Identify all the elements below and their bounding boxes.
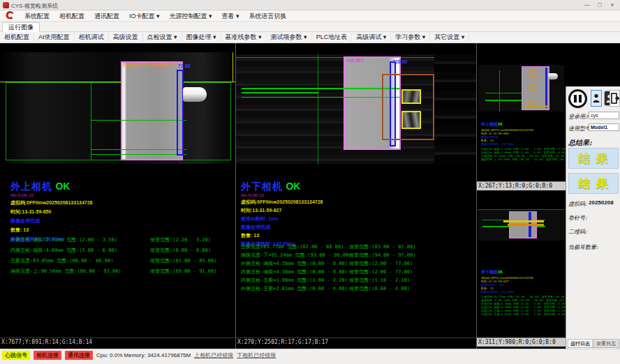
status-bar: 心跳信号 相机连接 通讯连接 Cpu: 0.0% Memory: 3424.41… <box>0 349 620 364</box>
middle-time: 时间:13-31-59-627 <box>241 207 323 214</box>
title-bar: CYS-视觉检测系统 — □ × <box>0 0 620 10</box>
left-result-block: 外上相机 OK NG:0;OK:13 虚拟码:0FFIiinw202502081… <box>10 180 93 243</box>
measure-row: 隔膜宽度-下=95.24mm 范围:(93.00 - 98.00)报警范围:(9… <box>241 252 352 259</box>
yellow-tab-rect <box>401 111 421 129</box>
green-measure-line <box>242 97 400 98</box>
middle-camera-ok: OK <box>286 181 300 192</box>
left-sub-text: NG:0;OK:13 <box>10 193 93 197</box>
tab-run-image[interactable]: 运行图像 <box>2 22 40 32</box>
machinery-shade <box>434 54 476 164</box>
bottom-thumbnail-image[interactable] <box>478 209 564 241</box>
middle-ai-elapsed: 使用AI耗时: 1ms <box>241 215 323 222</box>
tool-image-processing[interactable]: 图像处理 ▾ <box>182 33 221 42</box>
camera-status-badge: 相机连接 <box>34 351 61 360</box>
pin-object <box>183 87 207 102</box>
green-measure-line <box>91 120 186 121</box>
menu-item-io-config[interactable]: IO卡配置 ▾ <box>124 12 165 21</box>
pause-button[interactable] <box>568 89 587 108</box>
tool-test-params[interactable]: 测试项参数 ▾ <box>267 33 312 42</box>
measure-row: 主极宽度=83.77mm 范围:(82.00 - 88.00)报警范围:(83.… <box>241 243 344 250</box>
pin-number-label: 卷针号: <box>568 214 587 222</box>
yellow-tab-rect <box>401 89 421 104</box>
exit-door-icon <box>611 93 619 104</box>
qr-code-label: 二维码: <box>568 228 587 236</box>
bottom-thumbnail-caption: X:311;Y:980;R:0;G:0;B:0 <box>477 338 566 347</box>
measure-row: 内侧左枪-隔膜=4.38mm 范围:(0.00 - 9.00)报警范围:(2.0… <box>241 268 348 275</box>
menu-bar: 系统配置 相机配置 通讯配置 IO卡配置 ▾ 光源控制配置 ▾ 查看 ▾ 系统语… <box>0 10 620 22</box>
pause-icon <box>579 95 582 103</box>
user-icon <box>593 93 600 103</box>
total-result-label: 总结果: <box>568 138 592 148</box>
menu-item-system-config[interactable]: 系统配置 <box>20 12 54 21</box>
measure-row: 内侧左枪-隔膜:4.60mm 范围:(3.00 - 6.00)报警范围:(0.0… <box>10 247 117 254</box>
left-count: 数量: 13 <box>10 227 93 234</box>
maximize-button[interactable]: □ <box>593 0 606 10</box>
tool-learning-params[interactable]: 学习参数 ▾ <box>391 33 430 42</box>
lower-camera-link-text: 下相机已经链接 <box>237 351 276 359</box>
measure-row: 隔膜宽度-上:90.56mm 范围:(88.00 - 92.00)报警范围:(8… <box>10 268 121 275</box>
middle-camera-panel: AI检测区 728.80 外下相机 OK NG:0;OK: <box>236 43 476 349</box>
left-camera-title: 外上相机 <box>10 181 52 192</box>
tool-camera-config[interactable]: 相机配置 <box>0 33 34 42</box>
minimize-button[interactable]: — <box>581 0 593 10</box>
tab-count-label: 负极耳数量: <box>568 243 598 251</box>
upper-camera-link-text: 上相机已经链接 <box>194 351 233 359</box>
middle-camera-title: 外下相机 <box>241 181 283 192</box>
left-camera-ok: OK <box>55 181 70 192</box>
green-measure-line <box>91 149 186 150</box>
ai-zone-label: AI检测区 <box>346 58 364 64</box>
cpu-memory-text: Cpu: 0.0% Memory: 3424.41796875M <box>96 352 191 358</box>
middle-count: 数量: 13 <box>241 232 323 239</box>
thumbnail-column: 外上相机OK 虚拟码:0FFIiinw20250208133134728 时间:… <box>477 43 566 349</box>
app-icon <box>3 2 9 8</box>
measure-row: 外侧左枪-主极=2.61mm 范围:(0.60 - 4.00)报警范围:(0.6… <box>241 285 348 292</box>
menu-item-view[interactable]: 查看 ▾ <box>217 12 244 21</box>
measure-row: 内侧左枪-主极=1.90mm 范围:(1.00 - 2.20)报警范围:(1.1… <box>241 277 348 284</box>
green-measure-line <box>242 88 400 89</box>
pink-detect-rect <box>121 61 183 160</box>
green-measure-line <box>91 154 186 155</box>
vcode-label: 虚拟码: <box>568 200 587 208</box>
menu-item-language[interactable]: 系统语言切换 <box>244 12 292 21</box>
blue-measure-label: 728.80 <box>392 59 407 64</box>
tool-other-settings[interactable]: 其它设置 ▾ <box>430 33 469 42</box>
tool-advanced-settings[interactable]: 高级设置 <box>109 33 143 42</box>
brand-logo-icon <box>3 9 16 22</box>
middle-result-block: 外下相机 OK NG:0;OK:13 虚拟码:0FFIiinw202502081… <box>241 180 323 248</box>
menu-item-light-config[interactable]: 光源控制配置 ▾ <box>165 12 217 21</box>
middle-pixel-caption: X:270;Y:2502;R:17;G:17;B:17 <box>236 338 476 349</box>
brown-roi-rect <box>382 74 434 140</box>
left-camera-image[interactable]: 73.88 静态阈值:93, 动态阈值:100 <box>0 52 235 164</box>
menu-item-camera-config[interactable]: 相机配置 <box>54 12 89 21</box>
tool-camera-debug[interactable]: 相机调试 <box>75 33 109 42</box>
left-done: 图像处理完成 <box>10 218 93 225</box>
thumb-pin <box>548 73 558 79</box>
yellow-guide-line-vertical <box>232 52 233 82</box>
tool-baseline-params[interactable]: 基准线参数 ▾ <box>221 33 267 42</box>
green-measure-line <box>242 92 318 93</box>
left-barcode: 虚拟码:0FFIiinw20250208133134728 <box>10 199 93 206</box>
operator-mode-button[interactable] <box>591 90 602 107</box>
top-thumbnail-caption: X:267;Y:13;R:0;G:0;B:0 <box>477 181 566 190</box>
tool-bar: 相机配置 AI使用配置 相机调试 高级设置 点检设置 ▾ 图像处理 ▾ 基准线参… <box>0 32 620 43</box>
measure-row: 主极宽度:83.05mm 范围:(80.00 - 86.00)报警范围:(81.… <box>10 257 113 264</box>
middle-barcode: 虚拟码:0FFIiinw20250208133134728 <box>241 199 323 206</box>
vcode-value: 20250208 <box>589 199 614 206</box>
blue-measure-rect <box>177 70 184 156</box>
exit-button[interactable] <box>610 90 620 107</box>
model-field[interactable]: Model1 <box>589 123 619 131</box>
middle-camera-image[interactable]: AI检测区 728.80 <box>236 54 476 164</box>
tool-spot-check[interactable]: 点检设置 ▾ <box>143 33 182 42</box>
comm-status-badge: 通讯连接 <box>65 351 93 360</box>
top-thumbnail-image[interactable] <box>478 65 564 112</box>
menu-item-comm-config[interactable]: 通讯配置 <box>89 12 124 21</box>
threshold-overlay-text: 静态阈值:93, 动态阈值:100 <box>123 62 177 68</box>
left-pixel-caption: X:7677;Y:891;R:14;G:14;B:14 <box>0 338 235 349</box>
tool-advanced-debug[interactable]: 高级调试 ▾ <box>352 33 391 42</box>
main-area: 73.88 静态阈值:93, 动态阈值:100 外上相机 OK NG:0;OK:… <box>0 43 620 349</box>
login-user-field[interactable]: cys <box>589 112 619 119</box>
blue-measure-label: 73.88 <box>178 63 191 68</box>
tool-ai-config[interactable]: AI使用配置 <box>34 33 75 42</box>
tool-plc-table[interactable]: PLC地址表 <box>312 33 353 42</box>
close-button[interactable]: × <box>606 0 619 10</box>
